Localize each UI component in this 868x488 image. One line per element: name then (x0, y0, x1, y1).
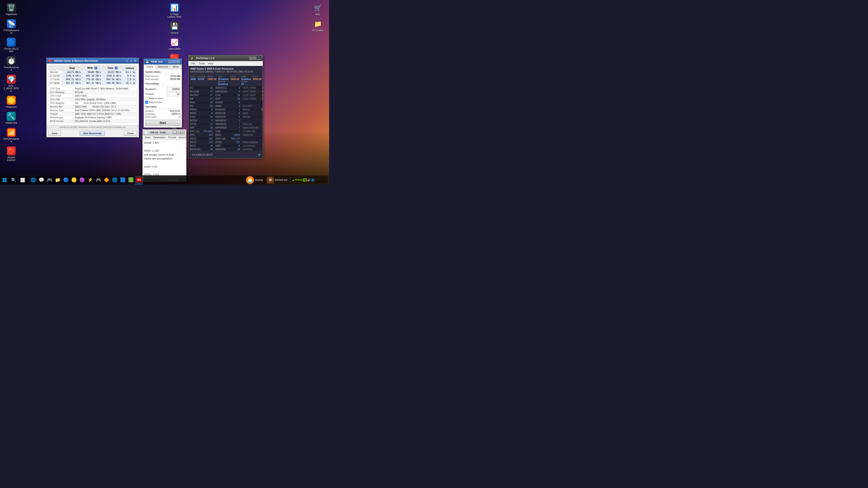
total-memory-label: Total memory: (145, 75, 159, 77)
desktop-icon-thaiphoon[interactable]: 🟡 Thaiphoon (2, 95, 20, 109)
notepad-title: 768.txt - Editi... (150, 131, 171, 134)
cpu-type-value: HexaCore AMD Ryzen 5 3600 (Matisse, Sock… (73, 87, 137, 91)
copy-label: Copy (107, 67, 113, 69)
taskbar-xbox[interactable]: 🎮 (45, 176, 54, 184)
twrwrsd-val: 7 (229, 123, 241, 126)
taskbar-chrome[interactable]: 🔵 (62, 176, 70, 184)
start-button[interactable] (0, 176, 9, 184)
search-taskbar[interactable]: 🔍 (9, 176, 18, 184)
show-desktop-button[interactable] (328, 176, 329, 184)
cpu-stepping-value: MTS-B0 (73, 91, 137, 94)
profile-dropdown[interactable]: F4-3200C15-16GTZ (190, 153, 261, 157)
taskbar-files[interactable]: 📁 (54, 176, 62, 184)
beep-row: Beep on error (145, 96, 180, 100)
desktop-icon-timerbench[interactable]: ⏱️ TimerBench.exe (2, 55, 20, 72)
aida64-close-button[interactable]: ✕ (133, 59, 137, 62)
taskbar-browser2[interactable]: 🌐 (111, 176, 119, 184)
notepad-minimize-button[interactable]: _ (173, 131, 176, 134)
taskbar-edge[interactable]: 🌐 (29, 176, 37, 184)
tmod-val: 29 (202, 144, 214, 148)
zentimings-maximize-button[interactable]: □ (253, 57, 257, 60)
vsoc-smu-name: VSOC (SMU) (241, 90, 260, 94)
table-row: tRRDL8 tRDRDSD5 RttWrRZQ/3 (188, 111, 263, 115)
table-row: tRP17 tRTP10 CLDO VDDG1,0477V (188, 97, 263, 101)
ramtest-restore-button[interactable]: □ (172, 60, 176, 63)
stop-checkbox[interactable] (145, 101, 148, 104)
aida64-titlebar[interactable]: 🔴 AIDA64 Cache & Memory Benchmark _ □ ✕ (46, 58, 139, 64)
taskbar-steam[interactable]: 🎮 (94, 176, 102, 184)
menu-format[interactable]: Format (167, 135, 178, 139)
desktop-icon-cpuid[interactable]: 🔵 CPUID CPU-Z MSI (2, 37, 20, 54)
aida64-minimize-button[interactable]: _ (125, 59, 129, 62)
taskbar-whatsapp[interactable]: 💬 (37, 176, 45, 184)
taskbar-epic[interactable]: ⚡ (86, 176, 94, 184)
desktop-icon-tcpoptimizer[interactable]: 📡 TCPOptimizer.exe (2, 18, 20, 35)
tab-advanced[interactable]: Advanced (156, 65, 170, 69)
mclk-item: MCLK 1900,00 (208, 75, 217, 86)
notepad-maximize-button[interactable]: □ (177, 131, 180, 134)
aida64-close-button-bottom[interactable]: Close (124, 131, 137, 136)
task-view[interactable]: ⬜ (18, 176, 27, 184)
menu-datei[interactable]: Datei (144, 135, 152, 139)
desktop-icon-ramtest[interactable]: 💾 ramtest (165, 21, 184, 35)
aida64-maximize-button[interactable]: □ (129, 59, 133, 62)
total-memory-row: Total memory: 32719 MB (145, 75, 180, 78)
zentimings-minimize-button[interactable]: _ (249, 57, 253, 60)
zentimings-titlebar[interactable]: ⚡ ZenTimings 1.1.0 📷 _ □ ✕ (188, 55, 263, 61)
taskbar-discord[interactable]: 🟣 (78, 176, 86, 184)
witcher-label: witcher3.exe (275, 179, 287, 181)
desktop-icon-fritz[interactable]: 📶 FRITZ!Powerline (2, 127, 20, 144)
taskbar-clock[interactable]: 18:10 20.09.2020 (315, 176, 328, 184)
witcher-taskbar-app[interactable]: 🐺 witcher3.exe (265, 175, 289, 185)
menu-tools[interactable]: Tools (197, 62, 207, 65)
notepad-close-button[interactable]: ✕ (181, 131, 184, 134)
tray-volume[interactable]: 🔊 (307, 178, 311, 182)
ckesetup-val: 0 (260, 148, 263, 151)
cpu-clock-label: CPU Clock (49, 94, 73, 98)
screenshot-button[interactable]: 📷 (256, 56, 261, 59)
taskbar-cpuz-running[interactable]: 64 (135, 176, 143, 184)
tras-name: tRAS (188, 101, 202, 104)
tab-about[interactable]: About (170, 65, 181, 69)
freq-value: 3800 (190, 78, 196, 80)
desktop-icon-aida64[interactable]: 🔴 AIDA64 Extreme (2, 145, 20, 162)
menu-bearbeiten[interactable]: Bearbeiten (152, 135, 167, 139)
menu-hilfe[interactable]: Hilfe (188, 135, 196, 139)
twrwrsd-name: tWRWRSD (214, 123, 229, 126)
tab-testing[interactable]: Testing (144, 65, 156, 69)
desktop-icon-latencymon[interactable]: 📈 LatencyMon (165, 37, 184, 51)
tcpoptimizer-icon: 📡 (7, 19, 16, 28)
taskbar-green[interactable]: 🟩 (127, 176, 135, 184)
taskbar-unknown1[interactable]: 🟡 (70, 176, 78, 184)
ramtest-minimize-button[interactable]: _ (168, 60, 172, 63)
ebay-label: ebay (315, 13, 320, 15)
menu-help[interactable]: Help (206, 62, 215, 65)
ocguides-label: OC Guides (312, 29, 323, 32)
notepad-titlebar[interactable]: 📄 768.txt - Editi... _ □ ✕ (143, 129, 186, 135)
aida64-benchmark-button[interactable]: Start Benchmark (80, 131, 105, 136)
clkdrvstr-val: 24.0 Ω (260, 123, 263, 126)
taskbar-orange[interactable]: 🔶 (102, 176, 111, 184)
megabytes-input[interactable] (167, 87, 180, 91)
threads-input[interactable] (167, 92, 180, 96)
tray-network[interactable]: 🌐 (311, 178, 314, 182)
desktop-icon-latency[interactable]: 📊 In Depth Latency Tests (165, 2, 184, 19)
menu-ansicht[interactable]: Ansicht (178, 135, 188, 139)
desktop-icon-ocguides[interactable]: 📁 OC Guides (309, 18, 327, 33)
desktop-icon-hwinfo64[interactable]: 🔧 HWiNFO64 (2, 111, 20, 125)
aida64-save-button[interactable]: Save (49, 131, 61, 136)
taskbar-blue[interactable]: 🟦 (119, 176, 127, 184)
desktop-icon-ebay[interactable]: 🛒 ebay (309, 2, 327, 17)
menu-file[interactable]: File (189, 62, 197, 65)
ramtest-titlebar[interactable]: 💾 RAM Test _ □ ✕ (144, 59, 182, 65)
start-button[interactable]: Start (145, 120, 180, 126)
desktop-icon-gpuz[interactable]: 💎 GPU-Z_ASUS_ROG_2... (2, 74, 20, 93)
notepad-text-content[interactable]: DRAM: 1.43V VSOC: 1,125 (mit weniger imm… (143, 140, 186, 178)
clkdrvstr-name: ClkDrvStr (241, 123, 260, 126)
tray-chevron[interactable]: ▲ (292, 179, 294, 181)
beep-checkbox[interactable] (145, 97, 148, 100)
duration-label: Duration: (145, 110, 154, 112)
ramtest-close-button[interactable]: ✕ (176, 60, 180, 63)
journey-taskbar-app[interactable]: 🌅 Journey (244, 175, 265, 185)
desktop-icon-papierkorb[interactable]: 🗑️ Papierkorb (2, 2, 20, 17)
